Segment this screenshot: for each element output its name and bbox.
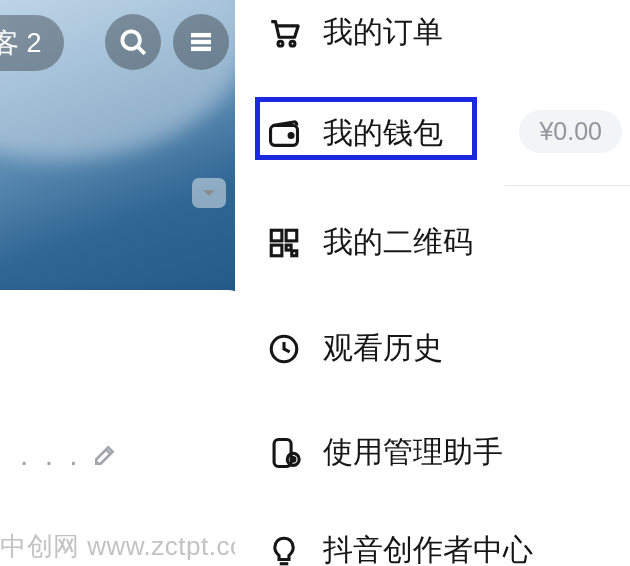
- visitor-badge[interactable]: 客 2: [0, 15, 64, 71]
- menu-item-orders[interactable]: 我的订单: [267, 12, 443, 53]
- clock-icon: [267, 332, 301, 366]
- menu-button[interactable]: [173, 14, 229, 70]
- search-icon: [118, 27, 148, 57]
- qr-icon: [267, 226, 301, 260]
- edit-dots: . . .: [20, 438, 82, 472]
- menu-item-label: 观看历史: [323, 328, 443, 369]
- svg-point-0: [122, 31, 140, 49]
- lightbulb-icon: [267, 534, 301, 567]
- chevron-down-icon: [202, 186, 216, 200]
- svg-point-7: [290, 41, 295, 46]
- svg-point-18: [292, 457, 295, 460]
- menu-divider: [505, 185, 630, 186]
- menu-item-helper[interactable]: 使用管理助手: [267, 432, 503, 473]
- svg-rect-14: [292, 250, 297, 255]
- background-app-pane: 客 2 . . . 中创网 www.zctpt.com: [0, 0, 235, 566]
- phone-settings-icon: [267, 436, 301, 470]
- menu-item-creator[interactable]: 抖音创作者中心: [267, 530, 533, 566]
- wallet-balance-pill[interactable]: ¥0.00: [519, 110, 622, 153]
- visitor-badge-text: 客 2: [0, 28, 42, 58]
- menu-item-history[interactable]: 观看历史: [267, 328, 443, 369]
- svg-rect-11: [286, 230, 297, 241]
- svg-point-6: [278, 41, 283, 46]
- hamburger-icon: [186, 27, 216, 57]
- edit-row[interactable]: . . .: [0, 438, 118, 472]
- source-watermark: 中创网 www.zctpt.com: [0, 529, 235, 564]
- cart-icon: [267, 16, 301, 50]
- profile-card: [0, 290, 235, 566]
- expand-chip[interactable]: [192, 178, 226, 208]
- pencil-icon: [92, 442, 118, 468]
- search-button[interactable]: [105, 14, 161, 70]
- menu-item-label: 我的二维码: [323, 222, 473, 263]
- menu-item-label: 我的订单: [323, 12, 443, 53]
- wallet-balance-text: ¥0.00: [539, 117, 602, 145]
- side-menu: 我的订单 我的钱包 我的二维码 观看历史 使用管理助手 抖音创作者中心: [235, 0, 630, 566]
- menu-item-label: 使用管理助手: [323, 432, 503, 473]
- wallet-highlight-box: [255, 97, 477, 160]
- menu-item-label: 抖音创作者中心: [323, 530, 533, 566]
- svg-line-1: [138, 47, 145, 54]
- svg-rect-10: [271, 230, 282, 241]
- svg-rect-12: [271, 245, 282, 256]
- menu-item-qr[interactable]: 我的二维码: [267, 222, 473, 263]
